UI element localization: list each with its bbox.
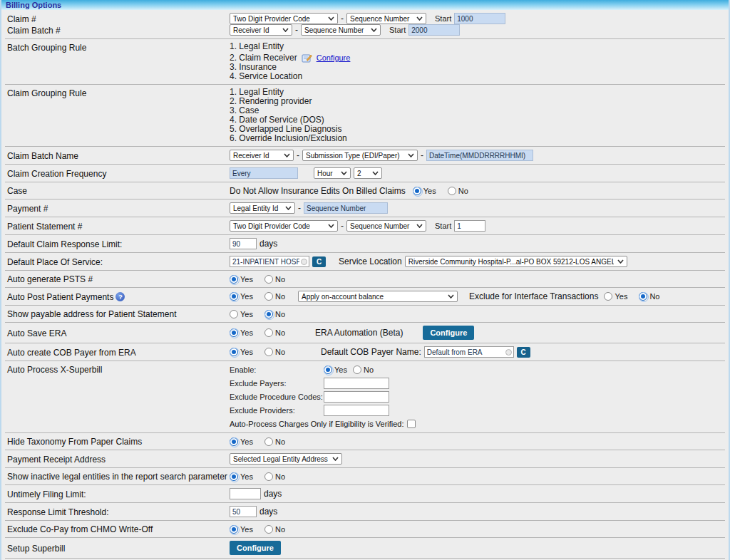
auto-post-yes-radio[interactable] [230,292,238,301]
chevron-down-icon [416,224,423,228]
section-response-limit-threshold: Response Limit Threshold: days [5,503,725,521]
psts-no-radio[interactable] [264,275,273,284]
response-limit-threshold-input[interactable] [230,506,257,517]
default-place-of-service-label: Default Place Of Service: [7,256,230,267]
inactive-entities-no-radio[interactable] [264,472,273,481]
patient-statement-label: Patient Statement # [7,221,230,232]
frequency-interval-select[interactable]: 2 [354,167,382,179]
psts-yes-radio[interactable] [230,275,238,284]
cob-payer-no-radio[interactable] [264,348,273,356]
case-yes-radio[interactable] [413,187,421,195]
chevron-down-icon [332,457,339,461]
claim-batch-name-part2-select[interactable]: Submission Type (EDI/Paper) [302,150,418,161]
claim-batch-name-part1-select[interactable]: Receiver Id [230,150,294,161]
hide-taxonomy-yes-radio[interactable] [230,437,238,446]
section-case: Case Do Not Allow Insurance Edits On Bil… [5,182,725,199]
exclude-payers-input[interactable] [324,378,389,389]
exclude-interface-no-radio[interactable] [639,292,647,301]
claim-number-start-input[interactable] [454,13,505,24]
batch-grouping-configure-link[interactable]: Configure [317,53,351,63]
untimely-filing-limit-input[interactable] [230,488,261,499]
claim-number-part1-select[interactable]: Two Digit Provider Code [230,13,338,24]
chevron-down-icon [372,171,379,175]
case-no-radio[interactable] [448,187,456,195]
section-setup-superbill: Setup Superbill Configure [5,538,725,559]
claim-batch-name-label: Claim Batch Name [7,150,230,161]
cob-payer-clear-button[interactable]: C [517,347,530,358]
frequency-unit-select[interactable]: Hour [314,167,351,179]
auto-post-mode-select[interactable]: Apply on-account balance [298,291,458,302]
chevron-down-icon [284,153,290,157]
untimely-filing-limit-label: Untimely Filing Limit: [7,489,230,499]
superbill-enable-no-radio[interactable] [353,365,361,374]
exclude-procedure-codes-label: Exclude Procedure Codes: [230,393,324,401]
auto-post-patient-payments-label: Auto Post Patient Payments ? [7,291,230,302]
claim-batch-name-datetime-input[interactable] [426,150,533,161]
claim-batch-part2-select[interactable]: Sequence Number [301,24,381,36]
patient-statement-start-input[interactable] [454,220,485,232]
payment-part1-select[interactable]: Legal Entity Id [230,202,295,214]
cob-payer-name-lookup-input[interactable]: Default from ERA [424,346,514,358]
payable-address-yes-radio[interactable] [230,310,238,318]
dash-separator: - [297,150,299,160]
auto-save-era-no-radio[interactable] [264,328,273,337]
panel-header: Billing Options [1,0,729,10]
section-default-place-of-service: Default Place Of Service: 21-INPATIENT H… [5,253,725,271]
claim-batch-start-input[interactable] [408,24,460,36]
start-label: Start [389,26,406,34]
help-icon[interactable]: ? [115,292,125,301]
default-claim-response-limit-input[interactable] [230,238,257,249]
payable-address-no-radio[interactable] [264,310,273,318]
exclude-copay-yes-radio[interactable] [230,525,238,534]
exclude-copay-no-radio[interactable] [264,525,273,534]
hide-taxonomy-no-radio[interactable] [264,437,273,446]
chevron-down-icon [282,28,289,32]
service-location-select[interactable]: Riverside Community Hospital-P...al-PO B… [405,256,627,267]
section-hide-taxonomy: Hide Taxonomy From Paper Claims Yes No [5,433,725,450]
case-label: Case [7,185,230,196]
lookup-icon [505,349,512,356]
cob-payer-name-label: Default COB Payer Name: [321,347,421,357]
auto-save-era-yes-radio[interactable] [230,328,238,337]
superbill-enable-yes-radio[interactable] [324,365,332,374]
era-automation-configure-button[interactable]: Configure [423,326,474,340]
section-auto-process-x-superbill: Auto Process X-Superbill Enable: Yes No … [5,361,725,433]
frequency-every-input[interactable] [230,167,298,179]
patient-statement-part1-select[interactable]: Two Digit Provider Code [230,220,338,232]
patient-statement-part2-select[interactable]: Sequence Number [346,220,426,232]
section-claim-grouping-rule: Claim Grouping Rule 1. Legal Entity 2. R… [5,85,725,147]
lookup-icon [301,259,307,265]
inactive-entities-yes-radio[interactable] [230,472,238,481]
dash-separator: - [341,221,344,231]
chevron-down-icon [416,16,423,21]
days-label: days [264,489,282,499]
auto-generate-psts-label: Auto generate PSTS # [7,274,230,284]
auto-process-x-superbill-label: Auto Process X-Superbill [7,364,230,375]
row-claim-number: Claim # Two Digit Provider Code - Sequen… [7,13,725,24]
place-of-service-lookup-input[interactable]: 21-INPATIENT HOSPITAL [230,256,309,267]
section-claim-numbers: Claim # Two Digit Provider Code - Sequen… [5,10,725,39]
claim-creation-frequency-label: Claim Creation Frequency [7,168,230,179]
claim-batch-part1-select[interactable]: Receiver Id [230,24,292,36]
claim-batch-number-label: Claim Batch # [7,25,230,36]
service-location-label: Service Location [339,256,402,266]
exclude-payers-label: Exclude Payers: [230,379,324,388]
cob-payer-yes-radio[interactable] [230,348,238,356]
auto-post-no-radio[interactable] [264,292,273,301]
claim-number-part2-select[interactable]: Sequence Number [346,13,426,24]
section-claim-batch-name: Claim Batch Name Receiver Id - Submissio… [5,147,725,165]
payment-number-label: Payment # [7,203,230,214]
section-untimely-filing-limit: Untimely Filing Limit: days [5,485,725,503]
show-payable-address-label: Show payable address for Patient Stateme… [7,308,230,319]
eligibility-verified-checkbox[interactable] [407,420,416,428]
section-payment-receipt-address: Payment Receipt Address Selected Legal E… [5,450,725,468]
page-title: Billing Options [6,1,61,9]
section-batch-grouping-rule: Batch Grouping Rule 1. Legal Entity 2. C… [5,39,725,85]
payment-sequence-input[interactable] [304,202,388,214]
exclude-procedure-codes-input[interactable] [324,391,389,403]
place-of-service-clear-button[interactable]: C [312,256,326,267]
payment-receipt-address-select[interactable]: Selected Legal Entity Address [230,453,342,465]
setup-superbill-configure-button[interactable]: Configure [230,541,281,555]
exclude-interface-yes-radio[interactable] [604,292,612,301]
exclude-providers-input[interactable] [324,405,389,416]
